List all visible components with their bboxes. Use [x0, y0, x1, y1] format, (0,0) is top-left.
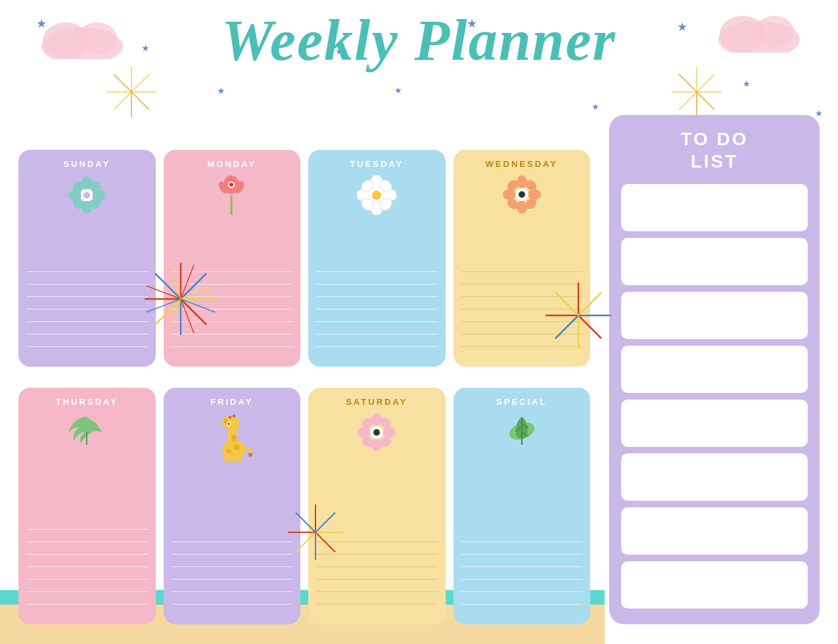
- svg-line-17: [697, 92, 714, 110]
- todo-item-8[interactable]: [621, 561, 808, 609]
- days-row-1: SUNDAY: [18, 150, 590, 367]
- svg-line-31: [181, 286, 215, 299]
- tuesday-icon: [357, 175, 396, 218]
- svg-line-34: [168, 299, 181, 333]
- svg-line-7: [131, 74, 149, 92]
- day-card-thursday: THURSDAY: [18, 388, 156, 624]
- svg-line-21: [679, 74, 697, 92]
- svg-line-51: [296, 532, 315, 552]
- firework-1: [102, 62, 161, 124]
- special-label: SPECIAL: [496, 397, 547, 407]
- tuesday-lines: [316, 218, 438, 359]
- svg-point-100: [232, 415, 235, 418]
- svg-point-103: [233, 445, 240, 450]
- firework-center-left: [138, 256, 223, 344]
- svg-point-102: [227, 423, 229, 425]
- day-card-sunday: SUNDAY: [18, 150, 156, 367]
- star-11: ★: [815, 108, 823, 118]
- svg-line-9: [131, 92, 149, 110]
- star-10: ★: [743, 79, 751, 89]
- svg-point-119: [373, 429, 380, 436]
- svg-line-33: [181, 299, 194, 333]
- star-8: ★: [592, 102, 599, 112]
- svg-line-47: [315, 513, 335, 532]
- svg-point-57: [68, 190, 81, 200]
- special-lines: [461, 452, 583, 616]
- svg-point-71: [229, 183, 233, 187]
- svg-line-49: [315, 532, 335, 552]
- svg-point-64: [83, 192, 90, 198]
- thursday-label: THURSDAY: [56, 397, 118, 407]
- svg-line-29: [155, 273, 181, 299]
- svg-line-39: [578, 292, 601, 315]
- svg-point-105: [231, 435, 237, 442]
- saturday-label: SATURDAY: [346, 397, 407, 407]
- sunday-lines: [26, 218, 148, 359]
- todo-item-3[interactable]: [621, 292, 808, 339]
- friday-icon: [209, 413, 255, 465]
- svg-point-113: [383, 427, 396, 438]
- svg-point-112: [358, 427, 371, 438]
- todo-item-6[interactable]: [621, 453, 808, 501]
- svg-point-56: [81, 200, 92, 214]
- thursday-icon: [66, 413, 108, 449]
- svg-line-36: [147, 286, 181, 299]
- svg-point-83: [517, 175, 527, 189]
- svg-line-32: [181, 299, 215, 312]
- svg-point-109: [248, 453, 252, 457]
- monday-label: MONDAY: [207, 159, 256, 169]
- svg-point-111: [371, 438, 382, 451]
- wednesday-icon: [503, 175, 541, 216]
- todo-item-1[interactable]: [621, 184, 808, 231]
- svg-line-53: [296, 513, 315, 532]
- svg-point-86: [528, 189, 541, 200]
- firework-center-right: [539, 276, 618, 357]
- star-5: ★: [394, 85, 402, 95]
- tuesday-label: TUESDAY: [350, 159, 404, 169]
- star-3: ★: [217, 85, 225, 96]
- todo-panel: TO DOLIST: [609, 115, 820, 624]
- svg-line-11: [114, 92, 131, 110]
- weekly-planner-page: ★ ★ ★ ★ ★ ★ ★ ★ ★ ★ ★: [0, 0, 838, 644]
- firework-bottom: [283, 499, 348, 568]
- day-card-friday: FRIDAY: [164, 388, 301, 624]
- svg-point-85: [503, 189, 516, 200]
- sunday-label: SUNDAY: [63, 159, 110, 169]
- svg-point-82: [372, 191, 381, 200]
- svg-point-84: [517, 200, 527, 214]
- svg-line-41: [578, 315, 601, 338]
- header: Weekly Planner: [0, 0, 838, 70]
- monday-icon: [214, 175, 250, 221]
- friday-lines: [172, 465, 293, 616]
- svg-line-19: [679, 92, 697, 110]
- svg-point-110: [371, 413, 382, 426]
- svg-line-35: [147, 299, 181, 312]
- wednesday-label: WEDNESDAY: [486, 159, 558, 169]
- page-title: Weekly Planner: [0, 12, 838, 70]
- todo-item-2[interactable]: [621, 238, 808, 285]
- svg-point-55: [81, 177, 92, 190]
- sunday-icon: [67, 175, 106, 218]
- svg-line-37: [168, 265, 181, 299]
- svg-rect-107: [230, 456, 235, 463]
- friday-label: FRIDAY: [210, 397, 253, 407]
- day-card-special: SPECIAL: [454, 388, 591, 624]
- svg-line-13: [114, 74, 131, 92]
- svg-point-92: [519, 191, 525, 198]
- svg-line-27: [155, 299, 181, 325]
- special-icon: [502, 413, 542, 452]
- svg-line-23: [181, 273, 206, 299]
- todo-item-4[interactable]: [621, 346, 808, 393]
- svg-line-30: [181, 265, 194, 299]
- todo-item-7[interactable]: [621, 507, 808, 555]
- svg-rect-106: [223, 456, 228, 463]
- svg-line-25: [181, 299, 206, 325]
- todo-title: TO DOLIST: [680, 128, 748, 172]
- svg-rect-108: [237, 456, 241, 463]
- svg-point-58: [92, 190, 105, 200]
- svg-point-99: [228, 416, 231, 419]
- svg-line-43: [555, 315, 578, 338]
- day-card-tuesday: TUESDAY: [308, 150, 446, 367]
- svg-line-15: [697, 74, 714, 92]
- todo-item-5[interactable]: [621, 400, 808, 447]
